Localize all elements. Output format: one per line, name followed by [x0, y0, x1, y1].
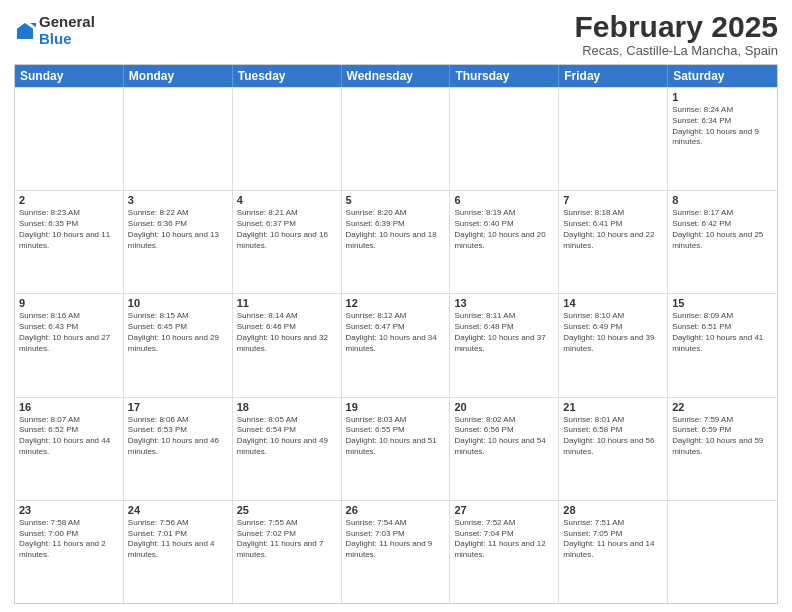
day-info: Sunrise: 7:56 AM Sunset: 7:01 PM Dayligh… — [128, 518, 228, 561]
calendar-cell: 1Sunrise: 8:24 AM Sunset: 6:34 PM Daylig… — [668, 88, 777, 190]
calendar-cell — [233, 88, 342, 190]
day-number: 5 — [346, 194, 446, 206]
calendar-cell: 12Sunrise: 8:12 AM Sunset: 6:47 PM Dayli… — [342, 294, 451, 396]
day-info: Sunrise: 8:24 AM Sunset: 6:34 PM Dayligh… — [672, 105, 773, 148]
day-info: Sunrise: 8:22 AM Sunset: 6:36 PM Dayligh… — [128, 208, 228, 251]
day-info: Sunrise: 8:23 AM Sunset: 6:35 PM Dayligh… — [19, 208, 119, 251]
calendar-cell: 28Sunrise: 7:51 AM Sunset: 7:05 PM Dayli… — [559, 501, 668, 603]
calendar-body: 1Sunrise: 8:24 AM Sunset: 6:34 PM Daylig… — [15, 87, 777, 603]
day-number: 20 — [454, 401, 554, 413]
day-number: 18 — [237, 401, 337, 413]
calendar-row: 2Sunrise: 8:23 AM Sunset: 6:35 PM Daylig… — [15, 190, 777, 293]
calendar-cell — [450, 88, 559, 190]
day-info: Sunrise: 8:05 AM Sunset: 6:54 PM Dayligh… — [237, 415, 337, 458]
day-number: 17 — [128, 401, 228, 413]
day-number: 27 — [454, 504, 554, 516]
day-number: 21 — [563, 401, 663, 413]
day-number: 26 — [346, 504, 446, 516]
day-number: 15 — [672, 297, 773, 309]
weekday-header: Wednesday — [342, 65, 451, 87]
calendar-cell: 27Sunrise: 7:52 AM Sunset: 7:04 PM Dayli… — [450, 501, 559, 603]
weekday-header: Friday — [559, 65, 668, 87]
logo: General Blue — [14, 14, 95, 47]
day-info: Sunrise: 8:15 AM Sunset: 6:45 PM Dayligh… — [128, 311, 228, 354]
day-info: Sunrise: 8:20 AM Sunset: 6:39 PM Dayligh… — [346, 208, 446, 251]
calendar-cell: 9Sunrise: 8:16 AM Sunset: 6:43 PM Daylig… — [15, 294, 124, 396]
day-number: 11 — [237, 297, 337, 309]
calendar-cell — [124, 88, 233, 190]
svg-marker-0 — [17, 22, 33, 38]
svg-marker-1 — [30, 22, 36, 26]
calendar-cell: 25Sunrise: 7:55 AM Sunset: 7:02 PM Dayli… — [233, 501, 342, 603]
weekday-header: Saturday — [668, 65, 777, 87]
calendar-cell: 3Sunrise: 8:22 AM Sunset: 6:36 PM Daylig… — [124, 191, 233, 293]
day-info: Sunrise: 8:12 AM Sunset: 6:47 PM Dayligh… — [346, 311, 446, 354]
calendar-cell: 7Sunrise: 8:18 AM Sunset: 6:41 PM Daylig… — [559, 191, 668, 293]
title-block: February 2025 Recas, Castille-La Mancha,… — [575, 10, 778, 58]
day-number: 14 — [563, 297, 663, 309]
day-number: 8 — [672, 194, 773, 206]
day-number: 16 — [19, 401, 119, 413]
day-info: Sunrise: 7:52 AM Sunset: 7:04 PM Dayligh… — [454, 518, 554, 561]
day-number: 25 — [237, 504, 337, 516]
calendar: SundayMondayTuesdayWednesdayThursdayFrid… — [14, 64, 778, 604]
day-info: Sunrise: 8:06 AM Sunset: 6:53 PM Dayligh… — [128, 415, 228, 458]
day-info: Sunrise: 8:14 AM Sunset: 6:46 PM Dayligh… — [237, 311, 337, 354]
day-info: Sunrise: 8:21 AM Sunset: 6:37 PM Dayligh… — [237, 208, 337, 251]
day-info: Sunrise: 8:11 AM Sunset: 6:48 PM Dayligh… — [454, 311, 554, 354]
calendar-row: 1Sunrise: 8:24 AM Sunset: 6:34 PM Daylig… — [15, 87, 777, 190]
logo-blue: Blue — [39, 31, 95, 48]
day-number: 3 — [128, 194, 228, 206]
month-title: February 2025 — [575, 10, 778, 43]
day-info: Sunrise: 8:02 AM Sunset: 6:56 PM Dayligh… — [454, 415, 554, 458]
header: General Blue February 2025 Recas, Castil… — [14, 10, 778, 58]
day-number: 2 — [19, 194, 119, 206]
day-number: 24 — [128, 504, 228, 516]
calendar-cell: 4Sunrise: 8:21 AM Sunset: 6:37 PM Daylig… — [233, 191, 342, 293]
calendar-cell: 23Sunrise: 7:58 AM Sunset: 7:00 PM Dayli… — [15, 501, 124, 603]
calendar-cell: 11Sunrise: 8:14 AM Sunset: 6:46 PM Dayli… — [233, 294, 342, 396]
day-number: 23 — [19, 504, 119, 516]
day-number: 9 — [19, 297, 119, 309]
day-info: Sunrise: 8:16 AM Sunset: 6:43 PM Dayligh… — [19, 311, 119, 354]
day-number: 4 — [237, 194, 337, 206]
weekday-header: Monday — [124, 65, 233, 87]
day-number: 10 — [128, 297, 228, 309]
day-number: 1 — [672, 91, 773, 103]
calendar-cell: 21Sunrise: 8:01 AM Sunset: 6:58 PM Dayli… — [559, 398, 668, 500]
calendar-cell: 6Sunrise: 8:19 AM Sunset: 6:40 PM Daylig… — [450, 191, 559, 293]
day-info: Sunrise: 8:10 AM Sunset: 6:49 PM Dayligh… — [563, 311, 663, 354]
location: Recas, Castille-La Mancha, Spain — [575, 43, 778, 58]
calendar-cell: 13Sunrise: 8:11 AM Sunset: 6:48 PM Dayli… — [450, 294, 559, 396]
day-info: Sunrise: 8:18 AM Sunset: 6:41 PM Dayligh… — [563, 208, 663, 251]
day-info: Sunrise: 7:59 AM Sunset: 6:59 PM Dayligh… — [672, 415, 773, 458]
day-info: Sunrise: 8:07 AM Sunset: 6:52 PM Dayligh… — [19, 415, 119, 458]
day-number: 22 — [672, 401, 773, 413]
day-info: Sunrise: 8:03 AM Sunset: 6:55 PM Dayligh… — [346, 415, 446, 458]
logo-general: General — [39, 14, 95, 31]
calendar-cell: 26Sunrise: 7:54 AM Sunset: 7:03 PM Dayli… — [342, 501, 451, 603]
calendar-cell: 22Sunrise: 7:59 AM Sunset: 6:59 PM Dayli… — [668, 398, 777, 500]
day-info: Sunrise: 8:09 AM Sunset: 6:51 PM Dayligh… — [672, 311, 773, 354]
calendar-cell: 19Sunrise: 8:03 AM Sunset: 6:55 PM Dayli… — [342, 398, 451, 500]
weekday-header: Tuesday — [233, 65, 342, 87]
calendar-cell: 18Sunrise: 8:05 AM Sunset: 6:54 PM Dayli… — [233, 398, 342, 500]
calendar-cell: 5Sunrise: 8:20 AM Sunset: 6:39 PM Daylig… — [342, 191, 451, 293]
day-number: 19 — [346, 401, 446, 413]
day-number: 6 — [454, 194, 554, 206]
day-number: 13 — [454, 297, 554, 309]
day-number: 12 — [346, 297, 446, 309]
calendar-cell — [559, 88, 668, 190]
logo-icon — [14, 20, 36, 42]
weekday-header: Thursday — [450, 65, 559, 87]
day-number: 28 — [563, 504, 663, 516]
day-info: Sunrise: 7:51 AM Sunset: 7:05 PM Dayligh… — [563, 518, 663, 561]
calendar-row: 9Sunrise: 8:16 AM Sunset: 6:43 PM Daylig… — [15, 293, 777, 396]
day-info: Sunrise: 7:55 AM Sunset: 7:02 PM Dayligh… — [237, 518, 337, 561]
calendar-header: SundayMondayTuesdayWednesdayThursdayFrid… — [15, 65, 777, 87]
calendar-cell — [342, 88, 451, 190]
day-info: Sunrise: 8:19 AM Sunset: 6:40 PM Dayligh… — [454, 208, 554, 251]
calendar-cell: 17Sunrise: 8:06 AM Sunset: 6:53 PM Dayli… — [124, 398, 233, 500]
calendar-cell: 15Sunrise: 8:09 AM Sunset: 6:51 PM Dayli… — [668, 294, 777, 396]
calendar-cell: 20Sunrise: 8:02 AM Sunset: 6:56 PM Dayli… — [450, 398, 559, 500]
